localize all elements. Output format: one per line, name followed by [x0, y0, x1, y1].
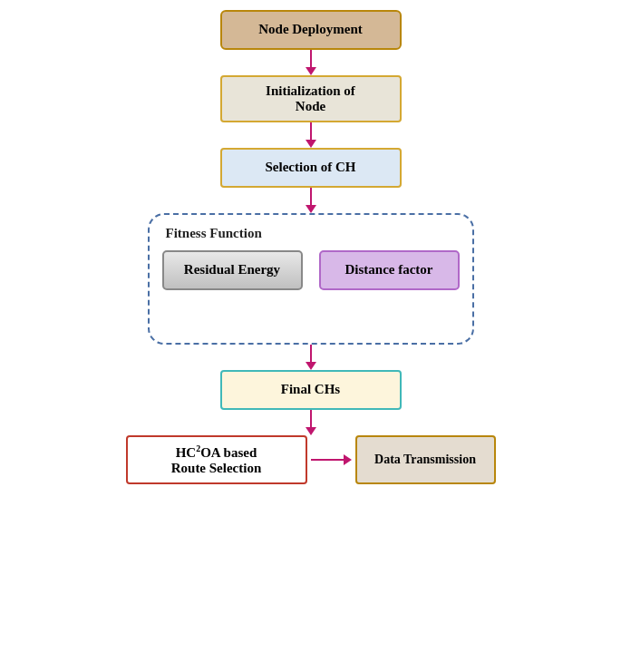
fitness-inner: Residual Energy Distance factor	[162, 250, 460, 290]
arrow-line-5	[310, 410, 312, 427]
arrow-line-h	[311, 459, 344, 461]
arrow-line-1	[310, 50, 312, 67]
initialization-label: Initialization of Node	[266, 83, 355, 114]
hc2oa-label: HC2OA basedRoute Selection	[171, 443, 262, 476]
arrow-head-2	[306, 140, 316, 148]
arrow-1	[306, 50, 316, 75]
node-deployment-label: Node Deployment	[258, 22, 363, 37]
arrow-head-3	[306, 205, 316, 213]
arrow-5	[306, 410, 316, 435]
arrow-4	[306, 345, 316, 370]
arrow-head-5	[306, 427, 316, 435]
node-deployment-box: Node Deployment	[220, 10, 402, 50]
arrow-line-3	[310, 188, 312, 205]
fitness-function-container: Fitness Function Residual Energy Distanc…	[148, 213, 474, 345]
final-chs-label: Final CHs	[281, 382, 340, 397]
arrow-head-4	[306, 362, 316, 370]
residual-energy-label: Residual Energy	[184, 262, 280, 278]
distance-factor-label: Distance factor	[344, 262, 432, 278]
hc2oa-box: HC2OA basedRoute Selection	[126, 435, 307, 484]
arrow-horizontal	[311, 454, 352, 465]
bottom-row: HC2OA basedRoute Selection Data Transmis…	[57, 435, 565, 484]
data-transmission-box: Data Transmission	[355, 435, 496, 484]
selection-ch-label: Selection of CH	[266, 160, 356, 175]
arrow-line-4	[310, 345, 312, 362]
fitness-function-label: Fitness Function	[162, 226, 460, 241]
final-chs-box: Final CHs	[220, 370, 402, 410]
arrow-head-1	[306, 67, 316, 75]
arrow-line-2	[310, 122, 312, 140]
data-transmission-label: Data Transmission	[374, 453, 476, 467]
residual-energy-box: Residual Energy	[162, 250, 303, 290]
arrow-2	[306, 122, 316, 148]
arrow-head-right	[344, 454, 352, 465]
selection-ch-box: Selection of CH	[220, 148, 402, 188]
bottom-row-inner: HC2OA basedRoute Selection Data Transmis…	[126, 435, 496, 484]
flowchart-diagram: Node Deployment Initialization of Node S…	[57, 10, 565, 663]
distance-factor-box: Distance factor	[319, 250, 460, 290]
initialization-box: Initialization of Node	[220, 75, 402, 122]
arrow-3	[306, 188, 316, 213]
